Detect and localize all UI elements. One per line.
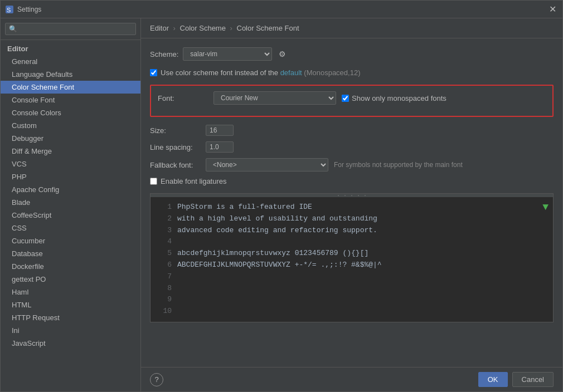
line-code: with a high level of usability and outst… <box>177 213 377 225</box>
fallback-select[interactable]: <None> <box>206 158 328 171</box>
sidebar-item-javascript[interactable]: JavaScript <box>1 337 140 350</box>
line-code: PhpStorm is a full-featured IDE <box>177 202 312 213</box>
use-color-label: Use color scheme font instead of the def… <box>161 68 360 77</box>
scheme-row: Scheme: salar-vim ⚙ <box>150 47 554 61</box>
sidebar-item-vcs[interactable]: VCS <box>1 158 140 170</box>
search-bar <box>1 18 140 40</box>
breadcrumb-part-2: Color Scheme Font <box>237 24 299 32</box>
sidebar-item-database[interactable]: Database <box>1 247 140 260</box>
sidebar-item-html[interactable]: HTML <box>1 298 140 311</box>
line-number: 4 <box>155 236 172 248</box>
monospaced-label: Show only monospaced fonts <box>352 94 446 102</box>
search-input[interactable] <box>5 23 136 35</box>
svg-text:S: S <box>7 7 11 13</box>
preview-content: ▼ 1PhpStorm is a full-featured IDE2with … <box>151 197 553 322</box>
line-code: abcdefghijklmnopqrstuvwxyz 0123456789 ()… <box>177 248 368 259</box>
ligatures-row: Enable font ligatures <box>150 177 554 185</box>
use-color-checkbox[interactable] <box>150 69 157 76</box>
sidebar-item-color-scheme-font[interactable]: Color Scheme Font <box>1 81 140 94</box>
sidebar-item-css[interactable]: CSS <box>1 222 140 234</box>
sidebar-item-debugger[interactable]: Debugger <box>1 132 140 145</box>
title-bar: S Settings ✕ <box>1 1 562 18</box>
settings-panel: Scheme: salar-vim ⚙ Use color scheme fon… <box>141 38 562 367</box>
app-icon: S <box>5 5 14 14</box>
line-spacing-form-row: Line spacing: <box>150 141 554 153</box>
font-form-row: Font: Courier New Show only monospaced f… <box>158 91 546 105</box>
cancel-button[interactable]: Cancel <box>512 372 554 387</box>
preview-line: 4 <box>151 236 553 248</box>
line-code: advanced code editing and refactoring su… <box>177 225 377 237</box>
line-number: 8 <box>155 283 172 295</box>
line-number: 3 <box>155 225 172 237</box>
monospaced-checkbox[interactable] <box>342 95 349 102</box>
main-content: Editor › Color Scheme › Color Scheme Fon… <box>141 18 562 391</box>
sidebar-item-general[interactable]: General <box>1 55 140 68</box>
sidebar-item-dockerfile[interactable]: Dockerfile <box>1 260 140 273</box>
close-button[interactable]: ✕ <box>547 4 558 15</box>
ligatures-checkbox[interactable] <box>150 178 157 185</box>
preview-line: 5abcdefghijklmnopqrstuvwxyz 0123456789 (… <box>151 248 553 259</box>
preview-line: 3advanced code editing and refactoring s… <box>151 225 553 237</box>
line-spacing-label: Line spacing: <box>150 143 206 151</box>
breadcrumb-part-0: Editor <box>150 24 169 32</box>
sidebar-item-haml[interactable]: Haml <box>1 286 140 298</box>
preview-line: 6ABCDEFGHIJKLMNOPQRSTUVWXYZ +-*/= .,;:!?… <box>151 259 553 271</box>
scheme-label: Scheme: <box>150 50 178 58</box>
line-number: 1 <box>155 202 172 213</box>
sidebar: Editor GeneralLanguage DefaultsColor Sch… <box>1 18 141 391</box>
scheme-select[interactable]: salar-vim <box>183 47 272 61</box>
sidebar-item-language-defaults[interactable]: Language Defaults <box>1 68 140 81</box>
scroll-indicator: ▼ <box>542 202 549 213</box>
monospaced-check-row: Show only monospaced fonts <box>342 94 446 102</box>
line-number: 6 <box>155 259 172 271</box>
preview-line: 7 <box>151 271 553 283</box>
fallback-hint: For symbols not supported by the main fo… <box>334 161 463 169</box>
line-code: ABCDEFGHIJKLMNOPQRSTUVWXYZ +-*/= .,;:!? … <box>177 259 382 271</box>
settings-window: S Settings ✕ Editor GeneralLanguage Defa… <box>0 0 563 392</box>
ligatures-label: Enable font ligatures <box>161 177 227 185</box>
sidebar-item-cucumber[interactable]: Cucumber <box>1 234 140 247</box>
breadcrumb-sep-1: › <box>230 24 235 32</box>
preview-line: 8 <box>151 283 553 295</box>
help-button[interactable]: ? <box>150 373 163 386</box>
sidebar-item-php[interactable]: PHP <box>1 170 140 183</box>
sidebar-item-coffeescript[interactable]: CoffeeScript <box>1 209 140 222</box>
breadcrumb-part-1: Color Scheme <box>180 24 226 32</box>
size-label: Size: <box>150 126 206 135</box>
sidebar-item-diff-and-merge[interactable]: Diff & Merge <box>1 145 140 158</box>
ok-button[interactable]: OK <box>478 372 508 387</box>
line-number: 7 <box>155 271 172 283</box>
preview-line: 1PhpStorm is a full-featured IDE <box>151 202 553 213</box>
sidebar-item-console-font[interactable]: Console Font <box>1 94 140 106</box>
fallback-form-row: Fallback font: <None> For symbols not su… <box>150 158 554 171</box>
default-link[interactable]: default <box>280 68 302 77</box>
use-color-text: Use color scheme font instead of the <box>161 68 278 77</box>
sidebar-section-editor: Editor <box>1 40 140 55</box>
line-spacing-input[interactable] <box>206 141 234 153</box>
font-label: Font: <box>158 94 213 102</box>
sidebar-item-http-request[interactable]: HTTP Request <box>1 311 140 324</box>
preview-line: 2with a high level of usability and outs… <box>151 213 553 225</box>
size-input[interactable] <box>206 125 234 136</box>
fallback-label: Fallback font: <box>150 161 206 169</box>
window-title: Settings <box>17 6 547 13</box>
scheme-gear-button[interactable]: ⚙ <box>276 48 288 60</box>
content-area: Editor GeneralLanguage DefaultsColor Sch… <box>1 18 562 391</box>
bottom-bar: ? OK Cancel <box>141 367 562 391</box>
font-settings-box: Font: Courier New Show only monospaced f… <box>150 85 554 117</box>
font-select[interactable]: Courier New <box>213 91 336 105</box>
line-number: 2 <box>155 213 172 225</box>
sidebar-item-blade[interactable]: Blade <box>1 196 140 209</box>
line-number: 9 <box>155 294 172 306</box>
sidebar-items: GeneralLanguage DefaultsColor Scheme Fon… <box>1 55 140 391</box>
sidebar-item-ini[interactable]: Ini <box>1 324 140 337</box>
preview-line: 10 <box>151 306 553 317</box>
line-number: 5 <box>155 248 172 259</box>
preview-line: 9 <box>151 294 553 306</box>
sidebar-item-console-colors[interactable]: Console Colors <box>1 106 140 119</box>
breadcrumb: Editor › Color Scheme › Color Scheme Fon… <box>141 18 562 38</box>
use-color-row: Use color scheme font instead of the def… <box>150 68 554 77</box>
sidebar-item-custom[interactable]: Custom <box>1 119 140 132</box>
sidebar-item-apache-config[interactable]: Apache Config <box>1 183 140 196</box>
sidebar-item-gettext-po[interactable]: gettext PO <box>1 273 140 286</box>
